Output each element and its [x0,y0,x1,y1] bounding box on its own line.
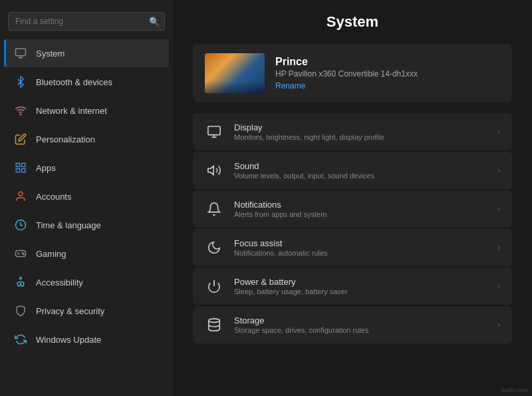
settings-icon-power [205,277,223,296]
nav-icon-gaming [13,246,28,261]
chevron-right-icon: › [497,243,500,252]
chevron-right-icon: › [497,166,500,175]
nav-icon-time [13,218,28,232]
settings-item-sound[interactable]: SoundVolume levels, output, input, sound… [193,152,512,189]
sidebar-item-apps[interactable]: Apps [4,154,169,182]
nav-icon-system [13,46,28,61]
sidebar-label-time: Time & language [36,220,101,230]
search-container: 🔍 [8,12,165,31]
sidebar-item-system[interactable]: System [4,39,169,67]
sidebar-item-gaming[interactable]: Gaming [4,240,169,268]
settings-item-display[interactable]: DisplayMonitors, brightness, night light… [193,113,512,150]
sidebar-label-privacy: Privacy & security [36,306,104,316]
nav-icon-network [13,103,28,118]
sidebar-item-personalization[interactable]: Personalization [4,125,169,153]
chevron-right-icon: › [497,320,500,329]
chevron-right-icon: › [497,282,500,291]
svg-point-14 [23,254,25,255]
svg-rect-0 [16,49,26,56]
settings-text-power: Power & batterySleep, battery usage, bat… [234,277,348,296]
device-name: Prince [275,56,418,68]
sidebar-label-accounts: Accounts [36,192,71,202]
settings-text-sound: SoundVolume levels, output, input, sound… [234,161,374,180]
settings-text-display: DisplayMonitors, brightness, night light… [234,122,384,141]
sidebar-item-accessibility[interactable]: Accessibility [4,268,169,296]
settings-desc-sound: Volume levels, output, input, sound devi… [234,172,374,180]
device-info: Prince HP Pavilion x360 Convertible 14-d… [275,56,418,91]
sidebar-label-update: Windows Update [36,335,101,345]
settings-icon-notifications [205,200,223,218]
settings-item-storage[interactable]: StorageStorage space, drives, configurat… [193,306,512,343]
settings-desc-notifications: Alerts from apps and system [234,210,327,218]
nav-icon-update [13,332,28,347]
rename-link[interactable]: Rename [275,81,418,91]
sidebar-label-system: System [36,49,65,59]
sidebar-item-bluetooth[interactable]: Bluetooth & devices [4,68,169,96]
sidebar-item-accounts[interactable]: Accounts [4,182,169,210]
device-model: HP Pavilion x360 Convertible 14-dh1xxx [275,69,418,79]
svg-marker-19 [208,166,213,175]
settings-item-focus[interactable]: Focus assistNotifications, automatic rul… [193,229,512,266]
sidebar-item-time[interactable]: Time & language [4,211,169,239]
sidebar-label-gaming: Gaming [36,249,66,259]
search-icon: 🔍 [149,17,160,27]
search-input[interactable] [8,12,165,31]
sidebar-label-network: Network & internet [36,106,107,116]
nav-icon-accessibility [13,275,28,290]
svg-point-8 [19,192,23,196]
nav-icon-accounts [13,189,28,204]
settings-text-notifications: NotificationsAlerts from apps and system [234,200,327,218]
settings-item-notifications[interactable]: NotificationsAlerts from apps and system… [193,190,512,228]
svg-rect-7 [22,169,25,172]
settings-icon-sound [205,161,223,180]
svg-rect-16 [208,126,220,135]
settings-icon-display [205,122,223,141]
page-title: System [193,13,512,31]
settings-label-focus: Focus assist [234,238,328,248]
sidebar-item-privacy[interactable]: Privacy & security [4,297,169,325]
device-card: Prince HP Pavilion x360 Convertible 14-d… [193,44,512,102]
chevron-right-icon: › [497,204,500,214]
svg-rect-4 [16,163,19,166]
chevron-right-icon: › [497,127,500,136]
nav-icon-privacy [13,303,28,318]
svg-point-21 [209,319,220,323]
settings-label-notifications: Notifications [234,200,327,210]
svg-point-15 [20,278,22,280]
sidebar-label-accessibility: Accessibility [36,278,83,288]
settings-list: DisplayMonitors, brightness, night light… [193,113,512,343]
settings-desc-focus: Notifications, automatic rules [234,249,328,257]
nav-icon-bluetooth [13,75,28,89]
watermark: wadn.com [501,387,528,393]
settings-item-power[interactable]: Power & batterySleep, battery usage, bat… [193,268,512,305]
settings-text-focus: Focus assistNotifications, automatic rul… [234,238,328,257]
settings-desc-power: Sleep, battery usage, battery saver [234,288,348,296]
settings-icon-focus [205,238,223,257]
sidebar-label-bluetooth: Bluetooth & devices [36,77,112,87]
device-thumbnail [205,53,265,93]
sidebar: 🔍 SystemBluetooth & devicesNetwork & int… [0,0,173,396]
settings-label-sound: Sound [234,161,374,171]
sidebar-label-apps: Apps [36,163,56,173]
svg-point-3 [20,114,21,115]
settings-text-storage: StorageStorage space, drives, configurat… [234,315,368,334]
nav-icon-personalization [13,132,28,146]
settings-label-power: Power & battery [234,277,348,287]
content-area: System Prince HP Pavilion x360 Convertib… [173,0,532,396]
svg-rect-5 [22,163,25,166]
sidebar-item-update[interactable]: Windows Update [4,325,169,353]
nav-icon-apps [13,160,28,175]
sidebar-item-network[interactable]: Network & internet [4,97,169,124]
svg-rect-6 [16,169,19,172]
sidebar-label-personalization: Personalization [36,134,95,144]
settings-label-display: Display [234,122,384,132]
settings-label-storage: Storage [234,315,368,325]
settings-desc-display: Monitors, brightness, night light, displ… [234,133,384,141]
settings-icon-storage [205,315,223,334]
settings-desc-storage: Storage space, drives, configuration rul… [234,326,368,334]
